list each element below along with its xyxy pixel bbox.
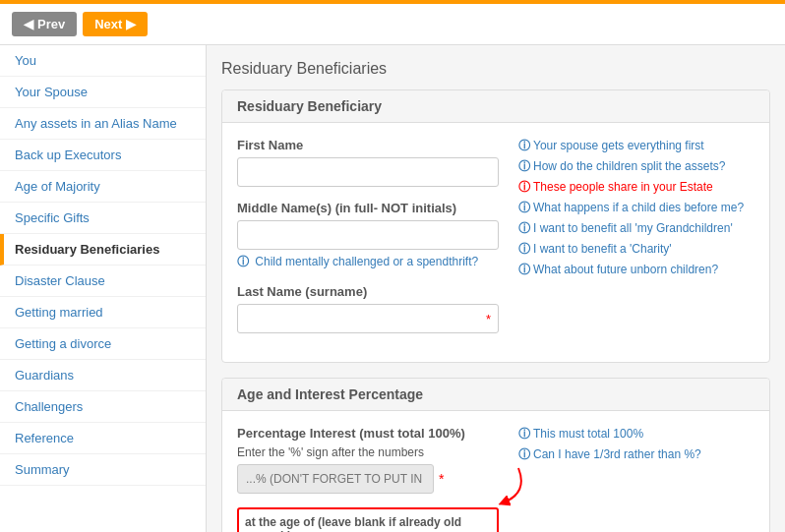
percentage-instruction: Enter the '%' sign after the numbers (237, 445, 499, 459)
interest-card: Age and Interest Percentage Percentage I… (221, 378, 770, 532)
beneficiary-card: Residuary Beneficiary First Name Middle … (221, 89, 770, 363)
spendthrift-link[interactable]: ⓘ Child mentally challenged or a spendth… (237, 254, 499, 270)
percentage-required-star: * (439, 471, 444, 487)
help-icon-spendthrift: ⓘ (237, 255, 249, 268)
interest-top-row: Percentage Interest (must total 100%) En… (237, 426, 755, 532)
sidebar-item-age-of-majority[interactable]: Age of Majority (0, 171, 206, 203)
sidebar-item-reference[interactable]: Reference (0, 423, 206, 454)
middle-name-label: Middle Name(s) (in full- NOT initials) (237, 201, 499, 215)
sidebar-item-any-assets[interactable]: Any assets in an Alias Name (0, 108, 206, 140)
middle-name-group: Middle Name(s) (in full- NOT initials) ⓘ… (237, 201, 499, 270)
sidebar-item-your-spouse[interactable]: Your Spouse (0, 77, 206, 108)
percentage-group: Percentage Interest (must total 100%) En… (237, 426, 499, 494)
beneficiary-form: First Name Middle Name(s) (in full- NOT … (237, 138, 499, 347)
sidebar: You Your Spouse Any assets in an Alias N… (0, 45, 207, 532)
age-highlight-box: at the age of (leave blank if already ol… (237, 507, 499, 532)
beneficiary-card-header: Residuary Beneficiary (222, 90, 769, 123)
help-total-100[interactable]: ⓘThis must total 100% (518, 426, 755, 443)
next-arrow-icon: ▶ (126, 17, 136, 31)
sidebar-item-getting-married[interactable]: Getting married (0, 297, 206, 328)
prev-label: Prev (37, 17, 65, 31)
sidebar-item-getting-divorce[interactable]: Getting a divorce (0, 328, 206, 360)
content-area: Residuary Beneficiaries Residuary Benefi… (207, 45, 785, 532)
middle-name-input[interactable] (237, 220, 499, 250)
last-name-input[interactable] (237, 304, 499, 333)
page-title: Residuary Beneficiaries (221, 60, 770, 78)
last-name-group: Last Name (surname) (237, 284, 499, 333)
prev-arrow-icon: ◀ (24, 17, 33, 31)
main-layout: You Your Spouse Any assets in an Alias N… (0, 45, 785, 532)
interest-form: Percentage Interest (must total 100%) En… (237, 426, 499, 532)
first-name-group: First Name (237, 138, 499, 187)
help-child-dies-before[interactable]: ⓘWhat happens if a child dies before me? (518, 200, 755, 216)
percentage-label: Percentage Interest (must total 100%) (237, 426, 499, 441)
navigation-bar: ◀ Prev Next ▶ (0, 4, 785, 45)
age-highlight-label: at the age of (leave blank if already ol… (245, 515, 491, 532)
sidebar-item-you[interactable]: You (0, 45, 206, 77)
sidebar-item-specific-gifts[interactable]: Specific Gifts (0, 203, 206, 234)
next-button[interactable]: Next ▶ (83, 12, 148, 36)
sidebar-item-residuary-beneficiaries[interactable]: Residuary Beneficiaries (0, 234, 206, 266)
sidebar-item-challengers[interactable]: Challengers (0, 391, 206, 423)
help-unborn-children[interactable]: ⓘWhat about future unborn children? (518, 262, 755, 278)
percentage-input-row: * (237, 464, 499, 494)
sidebar-item-disaster-clause[interactable]: Disaster Clause (0, 266, 206, 297)
last-name-input-wrapper (237, 304, 499, 333)
help-spouse-everything[interactable]: ⓘYour spouse gets everything first (518, 138, 755, 154)
help-grandchildren[interactable]: ⓘI want to benefit all 'my Grandchildren… (518, 220, 755, 237)
help-one-third[interactable]: ⓘCan I have 1/3rd rather than %? (518, 446, 755, 463)
last-name-label: Last Name (surname) (237, 284, 499, 299)
beneficiary-help-section: ⓘYour spouse gets everything first ⓘHow … (518, 138, 755, 347)
first-name-label: First Name (237, 138, 499, 152)
help-children-split[interactable]: ⓘHow do the children split the assets? (518, 158, 755, 175)
help-charity[interactable]: ⓘI want to benefit a 'Charity' (518, 241, 755, 258)
sidebar-item-guardians[interactable]: Guardians (0, 360, 206, 391)
interest-card-body: Percentage Interest (must total 100%) En… (222, 411, 769, 532)
highlighted-field-wrapper: at the age of (leave blank if already ol… (237, 507, 499, 532)
next-label: Next (94, 17, 122, 31)
percentage-input[interactable] (237, 464, 434, 494)
sidebar-item-summary[interactable]: Summary (0, 454, 206, 486)
first-name-input[interactable] (237, 157, 499, 187)
help-people-share-estate[interactable]: ⓘThese people share in your Estate (518, 179, 755, 196)
interest-help-section: ⓘThis must total 100% ⓘCan I have 1/3rd … (518, 426, 755, 532)
prev-button[interactable]: ◀ Prev (12, 12, 77, 36)
interest-card-header: Age and Interest Percentage (222, 379, 769, 411)
beneficiary-card-body: First Name Middle Name(s) (in full- NOT … (222, 123, 769, 362)
sidebar-item-backup-executors[interactable]: Back up Executors (0, 140, 206, 171)
